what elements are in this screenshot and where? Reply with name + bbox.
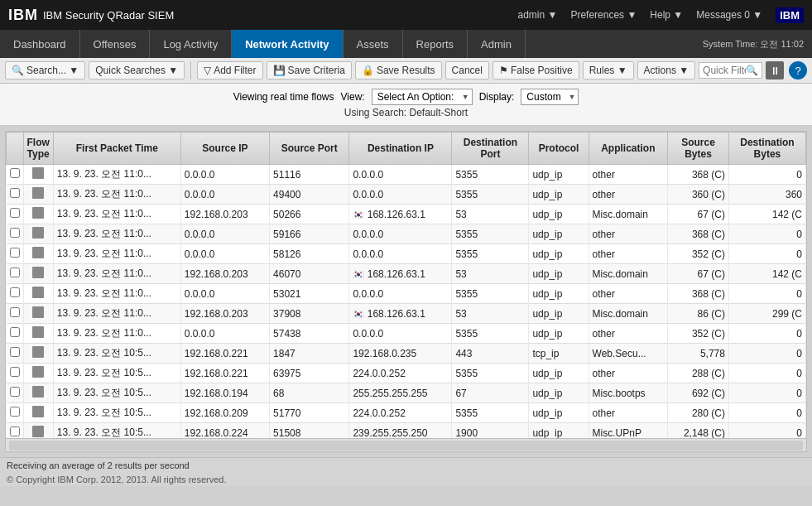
cancel-button[interactable]: Cancel xyxy=(445,61,489,80)
row-source-ip: 192.168.0.203 xyxy=(180,205,269,224)
network-activity-table: FlowType First Packet Time Source IP Sou… xyxy=(6,132,806,438)
save-results-icon: 🔒 xyxy=(362,65,374,76)
quick-filter-search-icon: 🔍 xyxy=(746,65,758,76)
table-row[interactable]: 13. 9. 23. 오전 11:0... 0.0.0.0 57438 0.0.… xyxy=(7,324,806,344)
tab-dashboard[interactable]: Dashboard xyxy=(0,30,80,58)
quick-search-button[interactable]: Quick Searches ▼ xyxy=(89,61,185,80)
col-protocol[interactable]: Protocol xyxy=(529,133,589,165)
table-row[interactable]: 13. 9. 23. 오전 11:0... 192.168.0.203 3790… xyxy=(7,304,806,324)
row-flow-type xyxy=(23,304,53,324)
row-checkbox[interactable] xyxy=(7,185,24,205)
add-filter-button[interactable]: ▽ Add Filter xyxy=(197,61,262,80)
col-destination-port[interactable]: DestinationPort xyxy=(452,133,529,165)
col-check xyxy=(7,133,24,165)
row-dest-ip: 0.0.0.0 xyxy=(349,165,452,185)
tab-offenses[interactable]: Offenses xyxy=(80,30,151,58)
row-checkbox[interactable] xyxy=(7,344,24,364)
quick-filter-input[interactable] xyxy=(703,65,746,76)
table-row[interactable]: 13. 9. 23. 오전 10:5... 192.168.0.221 1847… xyxy=(7,344,806,364)
row-checkbox[interactable] xyxy=(7,264,24,284)
table-row[interactable]: 13. 9. 23. 오전 10:5... 192.168.0.224 5150… xyxy=(7,423,806,439)
row-protocol: udp_ip xyxy=(529,244,589,264)
row-checkbox[interactable] xyxy=(7,304,24,324)
table-row[interactable]: 13. 9. 23. 오전 11:0... 0.0.0.0 51116 0.0.… xyxy=(7,165,806,185)
tab-assets[interactable]: Assets xyxy=(344,30,403,58)
col-destination-bytes[interactable]: DestinationBytes xyxy=(728,133,805,165)
horizontal-scrollbar[interactable] xyxy=(6,438,806,451)
pause-button[interactable]: ⏸ xyxy=(766,61,784,80)
row-checkbox[interactable] xyxy=(7,244,24,264)
row-checkbox[interactable] xyxy=(7,324,24,344)
tab-log-activity[interactable]: Log Activity xyxy=(150,30,232,58)
row-dest-bytes: 0 xyxy=(728,423,805,439)
view-select[interactable]: Select An Option: xyxy=(372,89,473,105)
table-row[interactable]: 13. 9. 23. 오전 11:0... 0.0.0.0 58126 0.0.… xyxy=(7,244,806,264)
preferences-menu[interactable]: Preferences ▼ xyxy=(570,9,637,21)
view-options-row: Viewing real time flows View: Select An … xyxy=(8,89,804,105)
table-row[interactable]: 13. 9. 23. 오전 10:5... 192.168.0.209 5177… xyxy=(7,403,806,423)
row-first-packet: 13. 9. 23. 오전 11:0... xyxy=(53,264,180,284)
table-row[interactable]: 13. 9. 23. 오전 10:5... 192.168.0.221 6397… xyxy=(7,364,806,383)
row-flow-type xyxy=(23,284,53,304)
viewing-text: Viewing real time flows xyxy=(233,91,334,103)
help-button[interactable]: ? xyxy=(789,61,807,80)
row-dest-bytes: 142 (C xyxy=(728,205,805,224)
row-source-bytes: 352 (C) xyxy=(668,244,729,264)
display-select[interactable]: Custom xyxy=(521,89,579,105)
col-source-ip[interactable]: Source IP xyxy=(180,133,269,165)
row-checkbox[interactable] xyxy=(7,165,24,185)
row-checkbox[interactable] xyxy=(7,224,24,244)
actions-button[interactable]: Actions ▼ xyxy=(637,61,696,80)
row-dest-ip: 192.168.0.235 xyxy=(349,344,452,364)
table-row[interactable]: 13. 9. 23. 오전 11:0... 0.0.0.0 53021 0.0.… xyxy=(7,284,806,304)
messages-menu[interactable]: Messages 0 ▼ xyxy=(696,9,762,21)
col-first-packet[interactable]: First Packet Time xyxy=(53,133,180,165)
row-checkbox[interactable] xyxy=(7,364,24,383)
row-checkbox[interactable] xyxy=(7,423,24,439)
col-source-bytes[interactable]: SourceBytes xyxy=(668,133,729,165)
rules-button[interactable]: Rules ▼ xyxy=(583,61,634,80)
row-flow-type xyxy=(23,364,53,383)
tab-admin[interactable]: Admin xyxy=(468,30,526,58)
row-protocol: udp_ip xyxy=(529,185,589,205)
row-application: Misc.UPnP xyxy=(589,423,668,439)
false-positive-button[interactable]: ⚑ False Positive xyxy=(492,61,579,80)
row-checkbox[interactable] xyxy=(7,205,24,224)
table-row[interactable]: 13. 9. 23. 오전 11:0... 0.0.0.0 59166 0.0.… xyxy=(7,224,806,244)
table-row[interactable]: 13. 9. 23. 오전 10:5... 192.168.0.194 68 2… xyxy=(7,383,806,403)
system-time: System Time: 오전 11:02 xyxy=(703,30,812,58)
row-checkbox[interactable] xyxy=(7,403,24,423)
row-first-packet: 13. 9. 23. 오전 11:0... xyxy=(53,205,180,224)
col-application[interactable]: Application xyxy=(589,133,668,165)
save-results-button[interactable]: 🔒 Save Results xyxy=(355,61,442,80)
h-scroll-thumb[interactable] xyxy=(9,441,803,451)
table-row[interactable]: 13. 9. 23. 오전 11:0... 192.168.0.203 4607… xyxy=(7,264,806,284)
scroll-container[interactable]: FlowType First Packet Time Source IP Sou… xyxy=(6,132,806,438)
row-checkbox[interactable] xyxy=(7,284,24,304)
help-menu[interactable]: Help ▼ xyxy=(650,9,683,21)
row-dest-bytes: 299 (C xyxy=(728,304,805,324)
col-flow-type[interactable]: FlowType xyxy=(23,133,53,165)
row-dest-port: 1900 xyxy=(452,423,529,439)
col-source-port[interactable]: Source Port xyxy=(270,133,349,165)
brand-area: IBM IBM Security QRadar SIEM xyxy=(8,7,174,24)
col-destination-ip[interactable]: Destination IP xyxy=(349,133,452,165)
row-checkbox[interactable] xyxy=(7,383,24,403)
quick-filter-container[interactable]: 🔍 xyxy=(699,62,762,79)
row-dest-bytes: 360 xyxy=(728,185,805,205)
row-source-bytes: 368 (C) xyxy=(668,165,729,185)
row-dest-ip: 255.255.255.255 xyxy=(349,383,452,403)
search-button[interactable]: 🔍 Search... ▼ xyxy=(5,61,85,80)
save-criteria-button[interactable]: 💾 Save Criteria xyxy=(267,61,352,80)
view-select-wrapper[interactable]: Select An Option: xyxy=(372,89,473,105)
tab-reports[interactable]: Reports xyxy=(403,30,468,58)
admin-menu[interactable]: admin ▼ xyxy=(518,9,558,21)
row-source-bytes: 368 (C) xyxy=(668,224,729,244)
table-row[interactable]: 13. 9. 23. 오전 11:0... 192.168.0.203 5026… xyxy=(7,205,806,224)
row-protocol: udp_ip xyxy=(529,403,589,423)
tab-network-activity[interactable]: Network Activity xyxy=(232,30,343,58)
row-source-port: 51116 xyxy=(270,165,349,185)
row-first-packet: 13. 9. 23. 오전 11:0... xyxy=(53,324,180,344)
display-select-wrapper[interactable]: Custom xyxy=(521,89,579,105)
table-row[interactable]: 13. 9. 23. 오전 11:0... 0.0.0.0 49400 0.0.… xyxy=(7,185,806,205)
